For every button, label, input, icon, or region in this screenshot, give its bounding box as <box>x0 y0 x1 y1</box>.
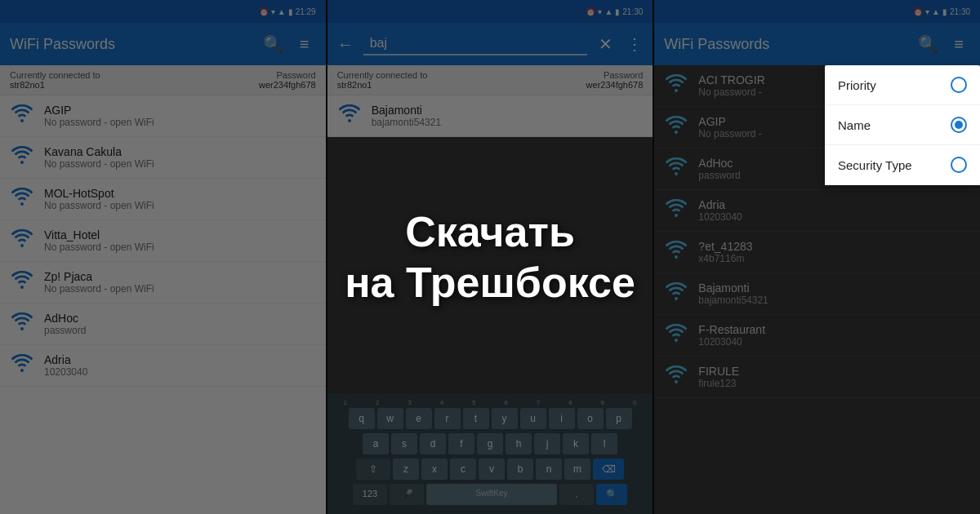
dropdown-item-priority[interactable]: Priority <box>825 65 980 105</box>
wifi-info-firule: FIRULE firule123 <box>698 365 970 389</box>
kb-e[interactable]: e <box>406 408 432 429</box>
status-bar-3: ⏰ ▾ ▲ ▮ 21:30 <box>654 0 980 23</box>
wifi-pass: bajamonti54321 <box>372 117 644 128</box>
wifi-icon <box>664 199 688 222</box>
kb-shift[interactable]: ⇧ <box>356 459 390 480</box>
wifi-item-et[interactable]: ?et_41283 x4b7116m <box>654 232 980 273</box>
kb-y[interactable]: y <box>492 408 518 429</box>
wifi-icon <box>337 104 362 127</box>
wifi-item-mol[interactable]: MOL-HotSpot No password - open WiFi <box>0 179 326 220</box>
search-icon-3[interactable]: 🔍 <box>916 34 939 54</box>
wifi-pass: No password - open WiFi <box>44 200 316 211</box>
kb-hint: 9 <box>588 399 617 406</box>
dropdown-item-name[interactable]: Name <box>825 105 980 145</box>
radio-security[interactable] <box>951 157 967 173</box>
kb-hint: 4 <box>427 399 457 406</box>
dropdown-item-security[interactable]: Security Type <box>825 145 980 185</box>
wifi-item-baja-dark[interactable]: Bajamonti bajamonti54321 <box>654 273 980 315</box>
kb-search[interactable]: 🔍 <box>596 484 627 505</box>
status-icons-3: ⏰ ▾ ▲ ▮ 21:30 <box>913 7 970 16</box>
wifi-icon <box>10 146 34 169</box>
kb-f[interactable]: f <box>448 433 474 454</box>
wifi-info-mol: MOL-HotSpot No password - open WiFi <box>44 187 316 211</box>
app-bar-3: WiFi Passwords 🔍 ≡ <box>654 23 980 65</box>
kb-c[interactable]: c <box>450 459 476 480</box>
kb-b[interactable]: b <box>507 459 533 480</box>
dropdown-label-priority: Priority <box>838 78 876 92</box>
kb-k[interactable]: k <box>563 433 589 454</box>
kb-g[interactable]: g <box>477 433 503 454</box>
wifi-list-1: AGIP No password - open WiFi Kavana Caku… <box>0 95 326 387</box>
wifi-icon <box>664 241 688 264</box>
kb-n[interactable]: n <box>536 459 562 480</box>
wifi-item-zp[interactable]: Zp! Pjaca No password - open WiFi <box>0 262 326 304</box>
kb-w[interactable]: w <box>377 408 403 429</box>
connected-ssid-1: str82no1 <box>10 80 100 90</box>
password-label-2: Password <box>586 70 644 80</box>
wifi-info-baja-dark: Bajamonti bajamonti54321 <box>698 281 970 306</box>
wifi-pass: 10203040 <box>698 336 970 348</box>
kb-j[interactable]: j <box>534 433 560 454</box>
kb-space[interactable]: SwiftKey <box>426 484 557 505</box>
kb-l[interactable]: l <box>591 433 617 454</box>
time-2: 21:30 <box>622 7 643 16</box>
app-title-3: WiFi Passwords <box>664 36 908 53</box>
wifi-name: Vitta_Hotel <box>44 228 316 241</box>
kb-mic[interactable]: 🎤 <box>390 484 424 505</box>
clear-icon-2[interactable]: ✕ <box>594 34 617 54</box>
wifi-name: F-Restaurant <box>698 323 970 336</box>
search-input-2[interactable] <box>363 33 588 55</box>
kb-s[interactable]: s <box>391 433 417 454</box>
radio-priority[interactable] <box>951 77 967 93</box>
password-label-1: Password <box>259 70 316 80</box>
kb-backspace[interactable]: ⌫ <box>593 459 624 480</box>
wifi-pass: No password - open WiFi <box>44 117 316 128</box>
signal-icon-1: ▲ <box>278 7 286 16</box>
wifi-name: AGIP <box>44 104 316 117</box>
filter-icon-1[interactable]: ≡ <box>293 35 316 54</box>
kb-v[interactable]: v <box>479 459 505 480</box>
wifi-info-bajamonti: Bajamonti bajamonti54321 <box>372 104 644 128</box>
kb-o[interactable]: o <box>577 408 604 429</box>
kb-i[interactable]: i <box>549 408 575 429</box>
battery-icon-2: ▮ <box>615 7 620 16</box>
search-bar-2: ← ✕ ⋮ <box>327 23 653 65</box>
kb-hint: 3 <box>394 399 424 406</box>
wifi-item-kavana[interactable]: Kavana Cakula No password - open WiFi <box>0 137 326 179</box>
more-icon-2[interactable]: ⋮ <box>623 34 646 54</box>
wifi-item-adria[interactable]: Adria 10203040 <box>0 345 326 387</box>
kb-r[interactable]: r <box>434 408 461 429</box>
wifi-item-frest[interactable]: F-Restaurant 10203040 <box>654 315 980 357</box>
connected-ssid-2: str82no1 <box>337 80 428 90</box>
wifi-pass: No password - open WiFi <box>44 158 316 170</box>
kb-h[interactable]: h <box>506 433 532 454</box>
radio-name[interactable] <box>951 117 967 133</box>
kb-p[interactable]: p <box>606 408 632 429</box>
wifi-item-agip[interactable]: AGIP No password - open WiFi <box>0 95 326 137</box>
kb-hint: 7 <box>523 399 553 406</box>
filter-icon-3[interactable]: ≡ <box>947 35 970 54</box>
wifi-item-adria-dark[interactable]: Adria 10203040 <box>654 190 980 232</box>
wifi-icon <box>664 282 688 305</box>
kb-123[interactable]: 123 <box>353 484 387 505</box>
kb-a[interactable]: a <box>363 433 389 454</box>
kb-t[interactable]: t <box>463 408 489 429</box>
kb-m[interactable]: m <box>564 459 590 480</box>
kb-z[interactable]: z <box>393 459 419 480</box>
kb-q[interactable]: q <box>349 408 375 429</box>
kb-period[interactable]: . <box>559 484 594 505</box>
wifi-info-kavana: Kavana Cakula No password - open WiFi <box>44 145 316 170</box>
kb-d[interactable]: d <box>420 433 446 454</box>
wifi-item-bajamonti[interactable]: Bajamonti bajamonti54321 <box>327 95 653 137</box>
kb-x[interactable]: x <box>421 459 448 480</box>
kb-hint: 6 <box>492 399 521 406</box>
back-icon-2[interactable]: ← <box>334 35 357 54</box>
kb-row-3: ⇧ z x c v b n m ⌫ <box>331 459 650 480</box>
wifi-pass: password <box>44 325 316 336</box>
kb-u[interactable]: u <box>520 408 546 429</box>
wifi-item-firule[interactable]: FIRULE firule123 <box>654 357 980 398</box>
search-icon-1[interactable]: 🔍 <box>262 34 285 54</box>
wifi-item-adhoc[interactable]: AdHoc password <box>0 304 326 345</box>
wifi-info-vitta: Vitta_Hotel No password - open WiFi <box>44 228 316 253</box>
wifi-item-vitta[interactable]: Vitta_Hotel No password - open WiFi <box>0 220 326 262</box>
